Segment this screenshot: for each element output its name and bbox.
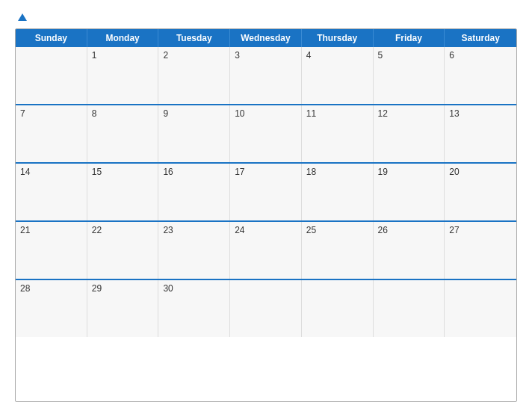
- day-number: 4: [306, 50, 312, 61]
- day-number: 20: [449, 167, 459, 177]
- calendar-day-2: 2: [158, 47, 230, 104]
- day-number: 16: [163, 167, 173, 177]
- day-number: 3: [235, 50, 240, 61]
- calendar-day-empty: [230, 280, 302, 337]
- day-number: 13: [449, 108, 459, 119]
- calendar-day-15: 15: [87, 164, 159, 220]
- calendar-day-7: 7: [16, 105, 87, 162]
- calendar-day-empty: [374, 280, 445, 337]
- day-number: 7: [20, 108, 25, 119]
- day-number: 17: [235, 167, 244, 177]
- calendar-week-4: 21222324252627: [16, 220, 516, 279]
- calendar-grid: SundayMondayTuesdayWednesdayThursdayFrid…: [15, 28, 517, 402]
- day-number: 8: [92, 108, 97, 119]
- header: [15, 13, 517, 21]
- calendar-day-14: 14: [16, 164, 87, 220]
- calendar-day-30: 30: [158, 280, 230, 337]
- logo-triangle-icon: [18, 13, 27, 21]
- header-day-thursday: Thursday: [302, 29, 374, 47]
- calendar-day-empty: [445, 280, 516, 337]
- calendar-body: 1234567891011121314151617181920212223242…: [16, 47, 516, 337]
- calendar-day-8: 8: [87, 105, 159, 162]
- day-number: 28: [20, 283, 30, 294]
- calendar-day-11: 11: [302, 105, 374, 162]
- day-number: 15: [92, 167, 102, 177]
- day-number: 1: [92, 50, 97, 61]
- day-number: 14: [20, 167, 30, 177]
- calendar-day-25: 25: [302, 222, 374, 279]
- day-number: 27: [449, 225, 459, 235]
- calendar-header-row: SundayMondayTuesdayWednesdayThursdayFrid…: [16, 29, 516, 47]
- calendar-day-empty: [302, 280, 374, 337]
- day-number: 10: [235, 108, 244, 119]
- calendar-day-17: 17: [230, 164, 302, 220]
- day-number: 12: [378, 108, 388, 119]
- day-number: 18: [306, 167, 316, 177]
- calendar-week-2: 78910111213: [16, 104, 516, 162]
- calendar-day-12: 12: [374, 105, 445, 162]
- calendar-day-28: 28: [16, 280, 87, 337]
- day-number: 11: [306, 108, 316, 119]
- calendar-day-18: 18: [302, 164, 374, 220]
- calendar-day-20: 20: [445, 164, 516, 220]
- calendar-week-1: 123456: [16, 47, 516, 104]
- day-number: 22: [92, 225, 102, 235]
- calendar-day-empty: [16, 47, 87, 104]
- day-number: 24: [235, 225, 244, 235]
- calendar-day-10: 10: [230, 105, 302, 162]
- header-day-friday: Friday: [374, 29, 445, 47]
- day-number: 9: [163, 108, 168, 119]
- day-number: 5: [378, 50, 383, 61]
- header-day-sunday: Sunday: [16, 29, 87, 47]
- calendar-day-29: 29: [87, 280, 159, 337]
- calendar-week-5: 282930: [16, 279, 516, 337]
- day-number: 29: [92, 283, 102, 294]
- calendar-day-24: 24: [230, 222, 302, 279]
- day-number: 2: [163, 50, 168, 61]
- day-number: 26: [378, 225, 388, 235]
- calendar-week-3: 14151617181920: [16, 162, 516, 220]
- calendar-day-19: 19: [374, 164, 445, 220]
- logo: [15, 13, 27, 21]
- day-number: 25: [306, 225, 316, 235]
- calendar-day-26: 26: [374, 222, 445, 279]
- header-day-saturday: Saturday: [445, 29, 516, 47]
- calendar-day-1: 1: [87, 47, 159, 104]
- calendar-day-5: 5: [374, 47, 445, 104]
- day-number: 19: [378, 167, 388, 177]
- logo-blue-text: [15, 13, 27, 21]
- calendar-day-3: 3: [230, 47, 302, 104]
- calendar-page: SundayMondayTuesdayWednesdayThursdayFrid…: [0, 0, 532, 411]
- day-number: 23: [163, 225, 173, 235]
- header-day-tuesday: Tuesday: [158, 29, 230, 47]
- calendar-day-9: 9: [158, 105, 230, 162]
- calendar-day-16: 16: [158, 164, 230, 220]
- calendar-day-27: 27: [445, 222, 516, 279]
- calendar-day-22: 22: [87, 222, 159, 279]
- calendar-day-4: 4: [302, 47, 374, 104]
- calendar-day-6: 6: [445, 47, 516, 104]
- calendar-day-23: 23: [158, 222, 230, 279]
- header-day-monday: Monday: [87, 29, 159, 47]
- day-number: 6: [449, 50, 454, 61]
- day-number: 21: [20, 225, 30, 235]
- header-day-wednesday: Wednesday: [230, 29, 302, 47]
- calendar-day-13: 13: [445, 105, 516, 162]
- day-number: 30: [163, 283, 173, 294]
- calendar-day-21: 21: [16, 222, 87, 279]
